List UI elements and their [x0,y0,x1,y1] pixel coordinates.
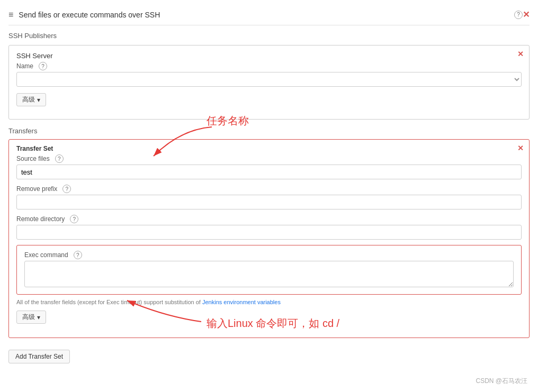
name-help-icon[interactable]: ? [39,62,47,70]
advanced-bottom-label: 高级 [22,313,35,322]
ssh-server-select[interactable] [16,72,522,87]
transfer-set-title: Transfer Set [16,145,522,152]
exec-command-textarea[interactable] [24,261,514,287]
header: ≡ Send files or execute commands over SS… [8,5,530,25]
ssh-server-card: ✕ SSH Server Name ? 高级 ▾ [8,45,530,120]
watermark: CSDN @石马农汪 [476,377,527,386]
source-files-input[interactable] [16,165,522,179]
remote-directory-input[interactable] [16,225,522,240]
advanced-bottom-chevron: ▾ [37,314,40,321]
transfer-set-close-button[interactable]: ✕ [517,144,524,152]
ssh-server-label: SSH Server [16,52,53,60]
remove-prefix-label-row: Remove prefix ? [16,185,522,193]
advanced-top-label: 高级 [22,95,35,104]
remove-prefix-help-icon[interactable]: ? [62,185,71,193]
page-container: ≡ Send files or execute commands over SS… [0,0,538,392]
env-vars-link[interactable]: Jenkins environment variables [202,299,281,305]
ssh-server-card-label-row: SSH Server [16,52,522,60]
env-note-text: All of the transfer fields (except for E… [16,299,202,305]
remove-prefix-input[interactable] [16,195,522,209]
ssh-publishers-label: SSH Publishers [8,32,530,40]
exec-command-label-row: Exec command ? [24,251,514,259]
source-files-label-row: Source files ? [16,154,522,163]
name-field-label: Name ? [16,62,522,70]
source-files-help-icon[interactable]: ? [55,154,64,163]
advanced-bottom-button[interactable]: 高级 ▾ [16,311,46,324]
remote-directory-label: Remote directory [16,215,65,223]
source-files-field: Source files ? [16,154,522,179]
exec-command-label: Exec command [24,251,68,259]
env-vars-note: All of the transfer fields (except for E… [16,299,522,305]
remote-directory-help-icon[interactable]: ? [70,215,78,223]
remove-prefix-field: Remove prefix ? [16,185,522,209]
remote-directory-field: Remote directory ? [16,215,522,240]
source-files-label: Source files [16,155,50,162]
exec-command-help-icon[interactable]: ? [74,251,82,259]
remote-directory-label-row: Remote directory ? [16,215,522,223]
header-help-icon[interactable]: ? [514,11,523,19]
exec-command-box: Exec command ? [16,245,522,295]
add-transfer-set-button[interactable]: Add Transfer Set [8,350,70,363]
name-label-text: Name [16,62,33,70]
transfers-label: Transfers [8,127,530,135]
ssh-server-close-button[interactable]: ✕ [517,50,524,58]
close-icon[interactable]: ✕ [523,10,530,20]
header-title: Send files or execute commands over SSH [19,11,511,19]
transfer-set-box: ✕ Transfer Set Source files ? Remove pre… [8,139,530,338]
advanced-top-chevron: ▾ [37,96,40,104]
hamburger-icon[interactable]: ≡ [8,10,13,20]
advanced-top-button[interactable]: 高级 ▾ [16,93,46,106]
remove-prefix-label: Remove prefix [16,185,57,193]
